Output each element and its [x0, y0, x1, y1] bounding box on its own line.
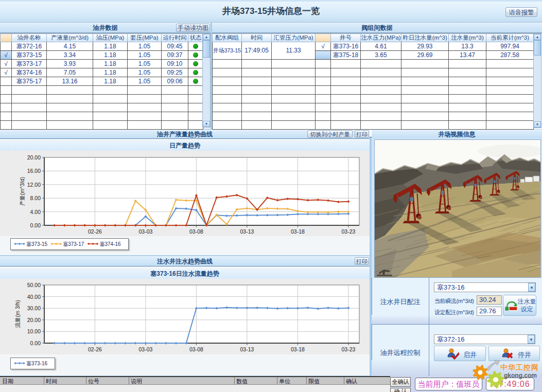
svg-text:03-18: 03-18	[291, 228, 305, 235]
svg-text:塞373-16: 塞373-16	[26, 361, 48, 366]
svg-text:8.00: 8.00	[30, 195, 41, 201]
svg-text:03-08: 03-08	[189, 228, 203, 235]
svg-text:中华工控网: 中华工控网	[500, 363, 539, 371]
svg-text:流量(m 3/h): 流量(m 3/h)	[14, 300, 21, 328]
svg-text:0.00: 0.00	[30, 340, 41, 346]
svg-text:03-03: 03-03	[138, 346, 152, 352]
svg-text:塞373-15: 塞373-15	[26, 241, 48, 247]
svg-text:0.00: 0.00	[30, 222, 41, 228]
svg-text:03-18: 03-18	[291, 346, 305, 352]
svg-text:gkong.com: gkong.com	[504, 372, 537, 379]
svg-text:12.00: 12.00	[27, 182, 41, 188]
svg-text:16.00: 16.00	[27, 168, 41, 174]
svg-text:塞374-16: 塞374-16	[100, 241, 121, 247]
svg-text:10.00: 10.00	[27, 328, 41, 334]
svg-text:03-13: 03-13	[240, 346, 254, 352]
svg-text:20.00: 20.00	[27, 317, 41, 323]
svg-text:02-26: 02-26	[88, 346, 102, 352]
svg-text:02-26: 02-26	[88, 228, 102, 235]
svg-text:50.00: 50.00	[27, 282, 41, 288]
svg-text:03-23: 03-23	[341, 346, 355, 352]
svg-text:03-08: 03-08	[189, 346, 203, 352]
svg-text:4.00: 4.00	[30, 209, 41, 215]
svg-text:产量(m^3/d): 产量(m^3/d)	[19, 177, 25, 206]
svg-text:30.00: 30.00	[27, 305, 41, 311]
svg-text:03-23: 03-23	[341, 228, 355, 235]
svg-text:03-13: 03-13	[240, 228, 254, 235]
svg-text:03-03: 03-03	[138, 228, 152, 235]
svg-text:塞373-17: 塞373-17	[63, 241, 84, 247]
svg-text:20.00: 20.00	[27, 154, 41, 161]
svg-text:40.00: 40.00	[27, 294, 41, 300]
